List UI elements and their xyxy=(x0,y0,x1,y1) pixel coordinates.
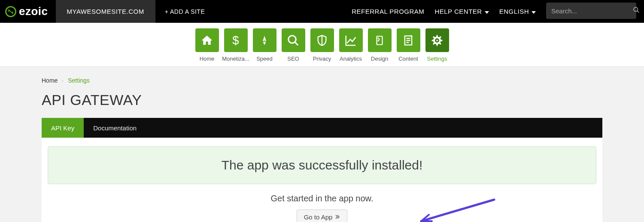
svg-line-1 xyxy=(637,11,639,12)
success-alert: The app was successfully installed! xyxy=(48,146,596,184)
svg-line-4 xyxy=(295,42,298,45)
ezoic-logo-icon xyxy=(5,6,16,17)
go-to-app-button[interactable]: Go to App xyxy=(297,210,348,222)
referral-label: REFERRAL PROGRAM xyxy=(352,8,424,15)
cta-subtext: Get started in the app now. xyxy=(48,194,596,204)
nav-label: Privacy xyxy=(313,56,331,62)
language-dropdown[interactable]: ENGLISH xyxy=(494,0,541,23)
tab-documentation[interactable]: Documentation xyxy=(84,118,146,138)
caret-down-icon xyxy=(485,8,489,15)
nav-privacy[interactable]: Privacy xyxy=(310,28,334,62)
add-site-label: + ADD A SITE xyxy=(165,8,205,15)
search-input[interactable] xyxy=(551,7,633,15)
gear-icon xyxy=(425,28,449,52)
nav-content[interactable]: Content xyxy=(397,28,420,62)
tab-label: API Key xyxy=(51,124,74,132)
nav-settings[interactable]: Settings xyxy=(425,28,449,62)
site-name: MYAWESOMESITE.COM xyxy=(67,8,144,15)
shield-icon xyxy=(310,28,334,52)
tab-api-key[interactable]: API Key xyxy=(42,118,84,138)
breadcrumb-current: Settings xyxy=(68,77,90,84)
topbar: ezoic MYAWESOMESITE.COM + ADD A SITE REF… xyxy=(0,0,644,23)
referral-link[interactable]: REFERRAL PROGRAM xyxy=(346,0,429,23)
site-tab[interactable]: MYAWESOMESITE.COM xyxy=(56,0,155,23)
tabs: API Key Documentation xyxy=(42,118,602,138)
nav-label: Monetiza... xyxy=(222,56,249,62)
breadcrumb-home[interactable]: Home xyxy=(42,77,58,84)
svg-point-0 xyxy=(634,7,638,11)
help-center-dropdown[interactable]: HELP CENTER xyxy=(429,0,494,23)
alert-message: The app was successfully installed! xyxy=(222,158,423,172)
nav-label: Home xyxy=(200,56,215,62)
add-site-link[interactable]: + ADD A SITE xyxy=(155,0,215,23)
brand-logo[interactable]: ezoic xyxy=(0,0,56,23)
nav-label: Content xyxy=(398,56,418,62)
nav-analytics[interactable]: Analytics xyxy=(339,28,363,62)
rocket-icon xyxy=(253,28,276,52)
nav-design[interactable]: Design xyxy=(368,28,392,62)
dollar-icon: $ xyxy=(224,28,248,52)
main-nav: Home $ Monetiza... Speed SEO Privacy xyxy=(0,23,644,67)
main-container: Home · Settings API GATEWAY API Key Docu… xyxy=(42,67,602,222)
chevron-double-right-icon xyxy=(335,213,340,221)
svg-rect-5 xyxy=(377,36,383,45)
nav-label: Analytics xyxy=(340,56,362,62)
language-label: ENGLISH xyxy=(499,8,529,15)
nav-label: Speed xyxy=(256,56,273,62)
nav-speed[interactable]: Speed xyxy=(253,28,276,62)
chart-icon xyxy=(339,28,363,52)
home-icon xyxy=(195,28,219,52)
button-label: Go to App xyxy=(304,213,333,221)
magnify-icon xyxy=(282,28,305,52)
nav-monetization[interactable]: $ Monetiza... xyxy=(224,28,248,62)
nav-label: Settings xyxy=(427,56,447,62)
page-title: API GATEWAY xyxy=(42,92,602,108)
tab-label: Documentation xyxy=(93,124,137,132)
nav-seo[interactable]: SEO xyxy=(282,28,305,62)
help-center-label: HELP CENTER xyxy=(434,8,482,15)
panel: The app was successfully installed! Get … xyxy=(42,138,602,222)
svg-point-3 xyxy=(289,35,296,43)
caret-down-icon xyxy=(532,8,536,15)
breadcrumb: Home · Settings xyxy=(42,77,602,84)
document-icon xyxy=(397,28,420,52)
search-icon[interactable] xyxy=(633,6,640,15)
nav-label: Design xyxy=(371,56,388,62)
svg-text:$: $ xyxy=(232,34,239,47)
device-icon xyxy=(368,28,392,52)
search-box[interactable] xyxy=(546,3,636,19)
brand-text: ezoic xyxy=(19,5,48,18)
nav-home[interactable]: Home xyxy=(195,28,219,62)
breadcrumb-sep: · xyxy=(62,77,64,84)
nav-label: SEO xyxy=(287,56,299,62)
